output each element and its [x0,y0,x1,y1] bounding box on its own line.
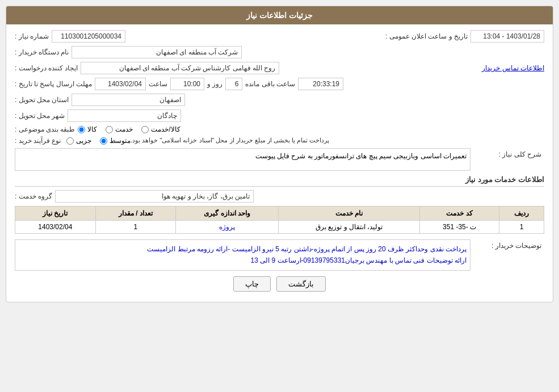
col-qty: تعداد / مقدار [95,206,176,221]
print-button[interactable]: چاپ [233,276,271,292]
buyer-notes-value: پرداخت نقدی وحداکثر ظرف 20 روز پس از اتم… [15,239,470,271]
subject-radio-group: کالا/خدمت خدمت کالا [78,125,180,133]
announce-date-value: 1403/01/28 - 13:04 [470,30,544,43]
response-days-label: روز و [207,80,222,88]
row-code: ت -35- 351 [420,221,499,234]
row-qty: 1 [95,221,176,234]
purchase-type-jozi-label: جزیی [76,137,91,145]
service-group-value: تامین برق، گاز، بخار و تهویه هوا [55,190,254,203]
row-unit: پروژه [176,221,279,234]
subject-option-khadamat[interactable]: خدمت [106,125,133,133]
purchase-type-radio-group: متوسط جزیی [66,137,131,145]
services-table: ردیف کد خدمت نام خدمت واحد اندازه گیری ت… [15,206,544,234]
back-button[interactable]: بازگشت [276,276,326,292]
service-group-label: گروه خدمت : [15,192,52,200]
col-row-num: ردیف [499,206,544,221]
button-row: بازگشت چاپ [15,276,544,292]
purchase-type-label: نوع فرآیند خرید : [15,137,61,145]
col-service-code: کد خدمت [420,206,499,221]
city-label: شهر محل تحویل : [15,112,65,120]
need-number-label: شماره نیاز : [15,32,49,40]
province-label: استان محل تحویل : [15,96,69,104]
page-header: جزئیات اطلاعات نیاز [6,6,553,24]
response-deadline-label: مهلت ارسال پاسخ تا تاریخ : [15,80,92,88]
response-time-label: ساعت [149,80,167,88]
table-row: 1 ت -35- 351 تولید، انتقال و توزیع برق پ… [15,221,544,234]
purchase-type-note: پرداخت تمام یا بخشی از مبلغ خریدار از مح… [131,137,329,144]
subject-label: طبقه بندی موضوعی : [15,125,75,133]
buyer-org-label: نام دستگاه خریدار : [15,48,69,56]
buyer-notes-label: توضیحات خریدار : [470,239,544,250]
province-value: اصفهان [72,94,185,106]
response-days-value: 6 [225,78,242,90]
subject-radio-khadamat[interactable] [106,126,113,133]
col-service-name: نام خدمت [279,206,420,221]
purchase-type-radio-motavasset[interactable] [100,137,107,145]
row-date: 1403/02/04 [15,221,96,234]
need-desc-label: شرح کلی نیاز : [470,148,544,158]
creator-link[interactable]: اطلاعات تماس خریدار [482,64,544,72]
response-time-value: 10:00 [170,78,204,90]
remaining-time-label: ساعت باقی مانده [245,80,295,88]
row-num: 1 [499,221,544,234]
subject-kala-khadamat-label: کالا/خدمت [151,125,180,133]
buyer-org-value: شرکت آب منطقه ای اصفهان [72,46,242,58]
subject-radio-kala[interactable] [78,126,85,133]
subject-option-kala-khadamat[interactable]: کالا/خدمت [141,125,180,133]
col-unit: واحد اندازه گیری [176,206,279,221]
subject-kala-label: کالا [87,125,97,133]
response-date-value: 1403/02/04 [95,78,146,90]
col-date: تاریخ نیاز [15,206,96,221]
services-section-title: اطلاعات خدمات مورد نیاز [15,175,544,187]
announce-date-label: تاریخ و ساعت اعلان عمومی : [385,32,468,40]
city-value: چادگان [68,109,181,122]
row-service-name: تولید، انتقال و توزیع برق [279,221,420,234]
purchase-type-radio-jozi[interactable] [66,137,74,145]
purchase-type-option-jozi[interactable]: جزیی [66,137,91,145]
subject-option-kala[interactable]: کالا [78,125,97,133]
need-desc-value: تعمیرات اساسی وبازبیجی سیم پیچ های ترانس… [15,148,470,171]
creator-value: روح الله فهامی کارشناس شرکت آب منطقه ای … [81,62,279,74]
creator-label: ایجاد کننده درخواست : [15,64,78,72]
purchase-type-option-motavasset[interactable]: متوسط [100,137,131,145]
subject-radio-kala-khadamat[interactable] [141,126,149,133]
services-table-section: ردیف کد خدمت نام خدمت واحد اندازه گیری ت… [15,206,544,234]
subject-khadamat-label: خدمت [115,125,133,133]
need-number-value: 1103001205000034 [52,30,125,43]
remaining-time-value: 20:33:19 [298,78,343,90]
purchase-type-motavasset-label: متوسط [110,137,131,145]
